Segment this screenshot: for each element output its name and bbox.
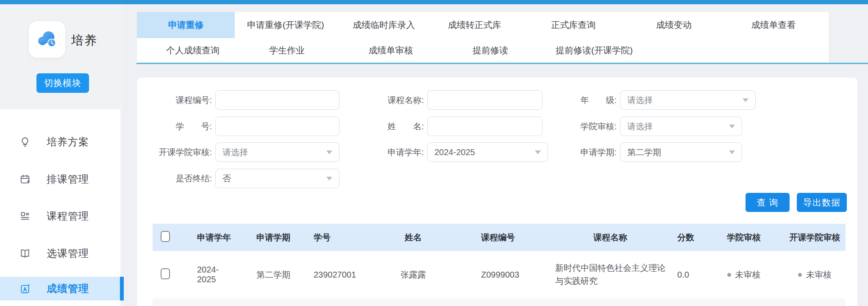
next-table-row-partial [153, 300, 846, 306]
col-header-apply-term: 申请学期 [237, 224, 295, 251]
col-header-college-audit: 学院审核 [704, 224, 784, 251]
cell-college-audit: 未审核 [704, 251, 784, 299]
col-header-course-name: 课程名称 [551, 224, 670, 251]
row-checkbox[interactable] [161, 268, 170, 279]
status-text: 未审核 [735, 269, 761, 281]
query-button[interactable]: 查 询 [746, 193, 790, 212]
apply-term-select[interactable]: 第二学期 [620, 142, 742, 162]
content-panel: 课程编号: 课程名称: 年 级: 请选择 学 号: 姓 名: 学院审核: 请选择… [137, 78, 857, 306]
col-header-course-code: 课程编号 [458, 224, 551, 251]
apply-term-value: 第二学期 [627, 147, 661, 158]
tab-transcript-view[interactable]: 成绩单查看 [718, 12, 829, 38]
sidebar-item-label: 选课管理 [47, 247, 89, 260]
results-table: 申请学年 申请学期 学号 姓名 课程编号 课程名称 分数 学院审核 开课学院审核… [153, 224, 846, 299]
student-id-label: 学 号: [153, 121, 212, 132]
window-top-accent-bar [0, 0, 868, 4]
student-id-input[interactable] [215, 117, 339, 136]
layout-list-icon [19, 211, 31, 222]
sidebar-item-label: 排课管理 [47, 172, 89, 186]
sidebar-item-label: 成绩管理 [47, 282, 89, 295]
apply-year-value: 2024-2025 [434, 147, 475, 157]
chevron-down-icon [535, 150, 541, 154]
student-name-input[interactable] [427, 117, 542, 136]
offering-college-audit-select[interactable]: 请选择 [215, 142, 339, 162]
status-text: 未审核 [806, 269, 832, 281]
col-header-name: 姓名 [369, 224, 458, 251]
college-audit-label: 学院审核: [557, 121, 617, 132]
cell-offering-college-audit: 未审核 [784, 251, 846, 299]
sidebar-item-grades[interactable]: 成绩管理 [0, 277, 120, 300]
tab-bar-underline [136, 63, 868, 64]
tab-personal-score-query[interactable]: 个人成绩查询 [137, 38, 249, 63]
tab-row-2: 个人成绩查询 学生作业 成绩单审核 提前修读 提前修读(开课学院) [137, 38, 829, 63]
chevron-down-icon [729, 150, 735, 154]
tab-advance-study-offering-college[interactable]: 提前修读(开课学院) [524, 38, 664, 63]
student-name-label: 姓 名: [364, 121, 424, 132]
table-row: 2024-2025 第二学期 239027001 张露露 Z0999003 新时… [153, 251, 846, 299]
tab-bar: 申请重修 申请重修(开课学院) 成绩临时库录入 成绩转正式库 正式库查询 成绩变… [137, 12, 829, 63]
chevron-down-icon [729, 125, 735, 128]
cell-student-id: 239027001 [295, 251, 369, 299]
cell-course-code: Z0999003 [458, 251, 551, 299]
is-final-value: 否 [223, 173, 231, 184]
tab-apply-retake-offering-college[interactable]: 申请重修(开课学院) [235, 12, 336, 38]
sidebar-item-course-management[interactable]: 课程管理 [0, 204, 120, 228]
tab-transcript-audit[interactable]: 成绩单审核 [325, 38, 456, 63]
sidebar-item-label: 培养方案 [47, 135, 89, 149]
tab-student-homework[interactable]: 学生作业 [249, 38, 325, 63]
grade-a-icon [19, 283, 31, 294]
sidebar: 培养 切换模块 培养方案 排课管理 [0, 4, 123, 306]
cloud-clock-icon [35, 27, 59, 52]
course-code-input[interactable] [215, 90, 339, 110]
cell-apply-term: 第二学期 [237, 251, 295, 299]
sidebar-menu: 培养方案 排课管理 课程管理 [0, 109, 120, 306]
course-name-label: 课程名称: [364, 95, 424, 106]
tab-score-change[interactable]: 成绩变动 [629, 12, 718, 38]
sidebar-item-training-plan[interactable]: 培养方案 [0, 130, 120, 154]
status-dot-icon [798, 273, 802, 277]
college-audit-select[interactable]: 请选择 [620, 117, 742, 136]
select-all-checkbox[interactable] [161, 231, 170, 242]
chevron-down-icon [743, 98, 748, 102]
cell-apply-year: 2024-2025 [178, 251, 237, 299]
tab-temp-score-entry[interactable]: 成绩临时库录入 [336, 12, 431, 38]
cell-course-name: 新时代中国特色社会主义理论与实践研究 [551, 251, 670, 299]
college-audit-value: 请选择 [627, 121, 653, 132]
col-header-score: 分数 [670, 224, 704, 251]
offering-college-audit-value: 请选择 [223, 147, 248, 158]
tab-score-to-official[interactable]: 成绩转正式库 [432, 12, 517, 38]
tab-apply-retake[interactable]: 申请重修 [137, 12, 235, 38]
open-book-icon [19, 248, 31, 259]
is-final-label: 是否终结: [153, 173, 212, 184]
tab-row-1: 申请重修 申请重修(开课学院) 成绩临时库录入 成绩转正式库 正式库查询 成绩变… [137, 12, 829, 38]
col-header-apply-year: 申请学年 [178, 224, 237, 251]
apply-term-label: 申请学期: [557, 147, 617, 158]
table-header-row: 申请学年 申请学期 学号 姓名 课程编号 课程名称 分数 学院审核 开课学院审核 [153, 224, 846, 251]
apply-year-select[interactable]: 2024-2025 [427, 142, 548, 162]
sidebar-item-label: 课程管理 [47, 209, 89, 223]
bulb-icon [19, 136, 31, 147]
cell-score: 0.0 [670, 251, 704, 299]
grade-year-value: 请选择 [627, 95, 653, 106]
grade-year-select[interactable]: 请选择 [620, 90, 756, 110]
tab-advance-study[interactable]: 提前修读 [456, 38, 524, 63]
tab-official-db-query[interactable]: 正式库查询 [517, 12, 629, 38]
active-item-indicator [120, 277, 124, 300]
offering-college-audit-label: 开课学院审核: [153, 147, 212, 158]
calendar-plus-icon [19, 174, 31, 185]
col-header-student-id: 学号 [295, 224, 369, 251]
export-data-button[interactable]: 导出数据 [797, 193, 847, 212]
course-code-label: 课程编号: [153, 95, 212, 106]
switch-module-button[interactable]: 切换模块 [36, 73, 89, 93]
sidebar-item-course-selection[interactable]: 选课管理 [0, 242, 120, 265]
is-final-select[interactable]: 否 [215, 169, 339, 188]
grade-year-label: 年 级: [557, 95, 617, 106]
cell-name: 张露露 [369, 251, 458, 299]
course-name-input[interactable] [427, 90, 542, 110]
sidebar-item-scheduling[interactable]: 排课管理 [0, 167, 120, 191]
module-title: 培养 [71, 32, 97, 49]
app-logo [29, 21, 65, 58]
apply-year-label: 申请学年: [364, 147, 424, 158]
chevron-down-icon [326, 177, 332, 181]
col-header-offering-college-audit: 开课学院审核 [784, 224, 846, 251]
